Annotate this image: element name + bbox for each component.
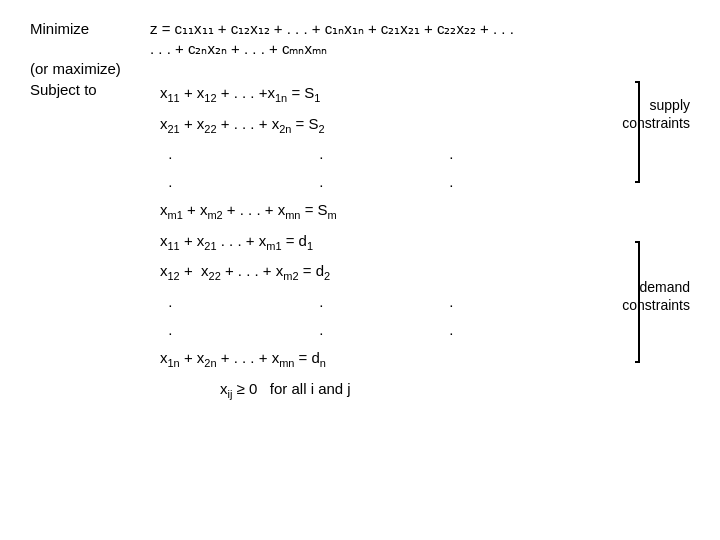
- supply-eq-2: x21 + x22 + . . . + x2n = S2: [160, 112, 690, 139]
- dot-continuation: . . . + c₂ₙx₂ₙ + . . . + cₘₙxₘₙ: [150, 40, 327, 58]
- supply-brace: [638, 81, 640, 181]
- demand-dots2-col-2: .: [290, 318, 420, 342]
- row-ormax: (or maximize): [30, 60, 690, 77]
- demand-dots2-col-3: .: [420, 318, 550, 342]
- eq-minimize: z = c₁₁x₁₁ + c₁₂x₁₂ + . . . + c₁ₙx₁ₙ + c…: [150, 20, 514, 38]
- demand-dots-col-3: .: [420, 290, 550, 314]
- demand-dots: . . .: [160, 290, 690, 314]
- label-supply: supply: [650, 97, 690, 113]
- supply-eq-1-text: x11 + x12 + . . . +x1n = S1: [160, 81, 320, 108]
- nonneg-row: xij ≥ 0 for all i and j: [220, 377, 690, 404]
- demand-eq-n-text: x1n + x2n + . . . + xmn = dn: [160, 346, 326, 373]
- demand-eq-2: x12 + x22 + . . . + xm2 = d2: [160, 259, 690, 286]
- dots2-col-3: .: [420, 170, 550, 194]
- demand-dots-col-2: .: [290, 290, 420, 314]
- label-ormax: (or maximize): [30, 60, 150, 77]
- supply-eq-1: x11 + x12 + . . . +x1n = S1: [160, 81, 690, 108]
- dots2-col-1: .: [160, 170, 290, 194]
- subject-label-col: Subject to: [30, 81, 160, 407]
- nonneg-text: xij ≥ 0 for all i and j: [220, 377, 351, 404]
- label-supply-constraints: constraints: [622, 115, 690, 131]
- demand-eq-2-text: x12 + x22 + . . . + xm2 = d2: [160, 259, 330, 286]
- label-minimize: Minimize: [30, 20, 150, 37]
- demand-eq-n: x1n + x2n + . . . + xmn = dn: [160, 346, 690, 373]
- math-content: Minimize z = c₁₁x₁₁ + c₁₂x₁₂ + . . . + c…: [30, 20, 690, 407]
- label-demand-constraints: constraints: [622, 297, 690, 313]
- supply-eq-2-text: x21 + x22 + . . . + x2n = S2: [160, 112, 325, 139]
- supply-brace-bot: [635, 181, 640, 183]
- supply-eq-m-text: xm1 + xm2 + . . . + xmn = Sm: [160, 198, 337, 225]
- page: Minimize z = c₁₁x₁₁ + c₁₂x₁₂ + . . . + c…: [0, 0, 720, 540]
- row-dot: . . . + c₂ₙx₂ₙ + . . . + cₘₙxₘₙ: [30, 40, 690, 58]
- dots-col-2: .: [290, 142, 420, 166]
- dots-col-1: .: [160, 142, 290, 166]
- demand-dots2-col-1: .: [160, 318, 290, 342]
- demand-eq-1-text: x11 + x21 . . . + xm1 = d1: [160, 229, 313, 256]
- demand-eq-1: x11 + x21 . . . + xm1 = d1: [160, 229, 690, 256]
- constraints-col: x11 + x12 + . . . +x1n = S1 x21 + x22 + …: [160, 81, 690, 407]
- demand-dots-col-1: .: [160, 290, 290, 314]
- supply-dots2: . . .: [160, 170, 690, 194]
- dots2-col-2: .: [290, 170, 420, 194]
- label-subject-to: Subject to: [30, 81, 97, 98]
- demand-dots2: . . .: [160, 318, 690, 342]
- demand-brace-bot: [635, 361, 640, 363]
- label-demand: demand: [639, 279, 690, 295]
- supply-eq-m: xm1 + xm2 + . . . + xmn = Sm: [160, 198, 690, 225]
- supply-dots: . . .: [160, 142, 690, 166]
- subject-section: Subject to x11 + x12 + . . . +x1n = S1 x…: [30, 81, 690, 407]
- demand-brace-top: [635, 241, 640, 243]
- dots-col-3: .: [420, 142, 550, 166]
- supply-brace-top: [635, 81, 640, 83]
- row-minimize: Minimize z = c₁₁x₁₁ + c₁₂x₁₂ + . . . + c…: [30, 20, 690, 38]
